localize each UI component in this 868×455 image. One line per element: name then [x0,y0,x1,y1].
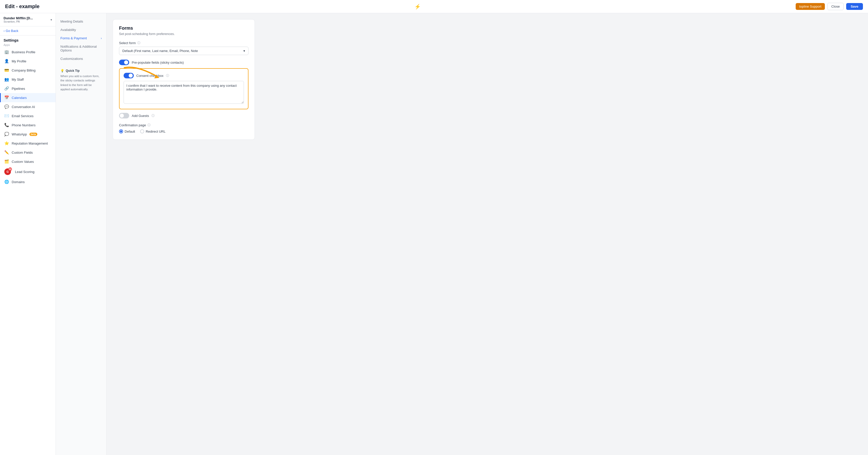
pencil-icon: ✏️ [4,150,9,155]
close-button[interactable]: Close [827,3,843,10]
confirmation-label: Confirmation page ⓘ [119,123,248,127]
sidebar-item-pipelines[interactable]: 🔗 Pipelines [0,84,56,93]
quick-tip-text: When you add a custom form, the sticky c… [60,74,102,92]
support-button[interactable]: topline Support [796,3,825,10]
radio-redirect-dot [140,129,144,133]
chevron-down-icon: ▾ [51,18,52,22]
main-layout: Dunder Mifflin [D... Scranton, PA ▾ ‹ Go… [0,13,868,455]
sub-nav-customizations[interactable]: Customizations [56,55,106,63]
radio-default[interactable]: Default [119,129,135,133]
beta-badge: beta [29,133,37,136]
radio-default-dot [119,129,123,133]
company-selector[interactable]: Dunder Mifflin [D... Scranton, PA ▾ [0,13,56,26]
sidebar-item-whatsapp[interactable]: 💭 WhatsApp beta [0,130,56,139]
sidebar-item-custom-fields[interactable]: ✏️ Custom Fields [0,148,56,157]
forms-card: Forms Set post-scheduling form preferenc… [113,19,255,140]
guests-info-icon[interactable]: ⓘ [152,113,155,118]
sub-nav-forms-payment[interactable]: Forms & Payment › [56,34,106,42]
go-back-button[interactable]: ‹ Go Back [0,26,56,35]
radio-redirect-url[interactable]: Redirect URL [140,129,165,133]
pre-populate-row: Pre-populate fields (sticky contacts) [119,60,248,65]
consent-textarea[interactable]: I confirm that I want to receive content… [124,81,244,104]
team-icon: 👥 [4,77,9,82]
select-form-label: Select form ⓘ [119,41,248,45]
sub-nav-notifications[interactable]: Notifications & Additional Options [56,42,106,55]
sidebar-item-conversation-ai[interactable]: 💬 Conversation AI [0,102,56,111]
consent-toggle-row: Consent checkbox ⓘ [124,73,244,78]
forms-subtitle: Set post-scheduling form preferences. [119,32,248,36]
page-title: Edit - example [5,4,40,9]
save-button[interactable]: Save [846,3,863,10]
sidebar-item-custom-values[interactable]: 🗂️ Custom Values [0,157,56,166]
info-icon[interactable]: ⓘ [137,41,141,45]
consent-highlight-box: Consent checkbox ⓘ I confirm that I want… [119,68,248,109]
sub-nav-meeting-details[interactable]: Meeting Details [56,17,106,26]
avatar: G 88 [4,168,11,175]
pre-populate-label: Pre-populate fields (sticky contacts) [132,61,184,64]
lightning-icon: ⚡ [414,4,421,10]
phone-icon: 📞 [4,123,9,127]
notification-badge: 88 [8,167,12,171]
forms-heading: Forms [119,26,248,31]
whatsapp-icon: 💭 [4,132,9,136]
chevron-right-icon: › [101,36,102,40]
add-guests-label: Add Guests [132,114,149,118]
sidebar-item-company-billing[interactable]: 💳 Company Billing [0,66,56,75]
settings-heading: Settings Apps [0,35,56,47]
credit-card-icon: 💳 [4,68,9,72]
sidebar-item-my-profile[interactable]: 👤 My Profile [0,57,56,66]
topbar-left: Edit - example [5,4,40,9]
radio-group: Default Redirect URL [119,129,248,133]
consent-info-icon[interactable]: ⓘ [166,73,169,78]
calendar-icon: 📅 [4,95,9,100]
globe-icon: 🌐 [4,180,9,184]
quick-tip: 💡 Quick Tip When you add a custom form, … [56,65,106,96]
sidebar-item-reputation-management[interactable]: ⭐ Reputation Management [0,139,56,148]
sub-nav-availability[interactable]: Availability [56,26,106,34]
pre-populate-toggle[interactable] [119,60,129,65]
consent-label: Consent checkbox [136,74,163,77]
content-area: Meeting Details Availability Forms & Pay… [56,13,868,455]
confirmation-section: Confirmation page ⓘ Default Redirect URL [119,123,248,133]
select-form-group: Select form ⓘ Default (First name, Last … [119,41,248,55]
add-guests-row: Add Guests ⓘ [119,113,248,119]
star-icon: ⭐ [4,141,9,145]
sidebar-item-email-services[interactable]: ✉️ Email Services [0,111,56,121]
main-panel: Forms Set post-scheduling form preferenc… [106,13,868,455]
sidebar-item-business-profile[interactable]: 🏢 Business Profile [0,47,56,57]
back-arrow-icon: ‹ [4,29,5,33]
add-guests-toggle[interactable] [119,113,129,119]
pipeline-icon: 🔗 [4,86,9,91]
chat-icon: 💬 [4,104,9,109]
sidebar-item-lead-scoring[interactable]: G 88 Lead Scoring [0,166,56,177]
topbar-right: topline Support Close Save [796,3,863,10]
topbar: Edit - example ⚡ topline Support Close S… [0,0,868,13]
consent-toggle[interactable] [124,73,134,78]
company-sub: Scranton, PA [4,20,33,23]
sidebar-item-domains[interactable]: 🌐 Domains [0,177,56,187]
dropdown-arrow-icon: ▾ [243,49,245,53]
lightbulb-icon: 💡 [60,69,64,72]
company-name: Dunder Mifflin [D... [4,16,33,20]
sidebar-item-phone-numbers[interactable]: 📞 Phone Numbers [0,121,56,130]
sidebar-item-my-staff[interactable]: 👥 My Staff [0,75,56,84]
sidebar: Dunder Mifflin [D... Scranton, PA ▾ ‹ Go… [0,13,56,455]
user-icon: 👤 [4,59,9,63]
confirmation-info-icon[interactable]: ⓘ [148,123,151,127]
sub-nav: Meeting Details Availability Forms & Pay… [56,13,106,455]
folder-icon: 🗂️ [4,159,9,164]
select-form-dropdown[interactable]: Default (First name, Last name, Email, P… [119,47,248,55]
email-icon: ✉️ [4,113,9,118]
sidebar-item-calendars[interactable]: 📅 Calendars [0,93,56,102]
building-icon: 🏢 [4,50,9,54]
